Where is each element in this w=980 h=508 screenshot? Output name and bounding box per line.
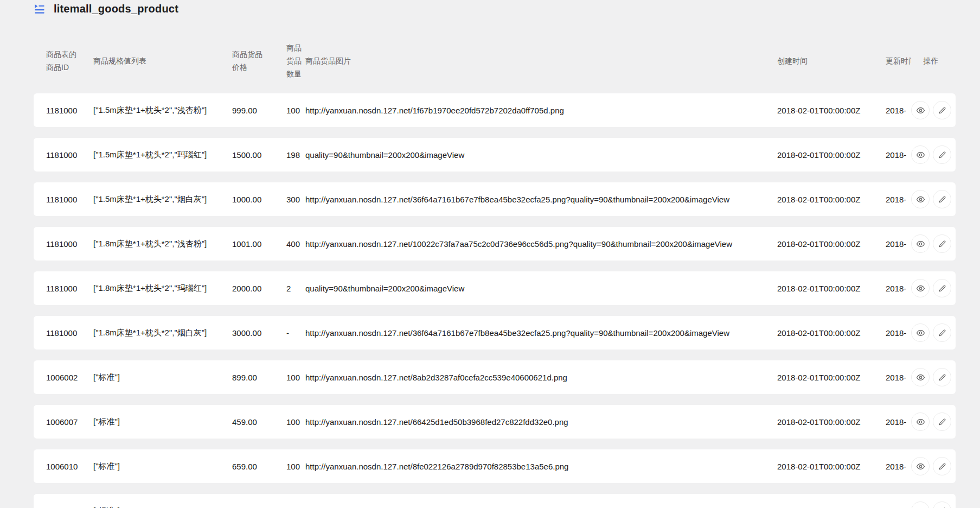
column-header-price[interactable]: 商品货品价格 <box>232 48 266 74</box>
edit-button[interactable] <box>933 368 951 386</box>
eye-icon <box>916 284 925 293</box>
table-row[interactable]: 1006010 ["标准"] 659.00 100 http://yanxuan… <box>34 449 956 483</box>
cell-image-url: http://yanxuan.nosdn.127.net/10022c73fa7… <box>305 239 777 249</box>
view-button[interactable] <box>911 190 930 208</box>
view-button[interactable] <box>911 279 930 297</box>
cell-updated-time: 2018- <box>886 373 911 382</box>
cell-number: 100 <box>286 373 305 382</box>
table-row[interactable]: 1006002 ["标准"] 899.00 100 http://yanxuan… <box>34 360 956 394</box>
cell-image-url: http://yanxuan.nosdn.127.net/36f64a7161b… <box>305 195 777 204</box>
edit-button[interactable] <box>933 101 951 119</box>
edit-button[interactable] <box>933 234 951 253</box>
cell-actions <box>911 279 951 297</box>
edit-button[interactable] <box>933 190 951 208</box>
table-row[interactable]: 1181000 ["1.8m床垫*1+枕头*2","玛瑙红"] 2000.00 … <box>34 271 956 305</box>
pencil-icon <box>938 195 947 204</box>
cell-actions <box>911 368 951 386</box>
view-button[interactable] <box>911 234 930 253</box>
pencil-icon <box>938 462 947 471</box>
eye-icon <box>916 506 925 508</box>
table-row[interactable]: 1006012 ["标准"] 499.00 100 http://yanxuan… <box>34 494 956 508</box>
cell-updated-time: 2018- <box>886 506 911 508</box>
pencil-icon <box>938 150 947 160</box>
titlebar: litemall_goods_product <box>34 2 178 16</box>
cell-number: - <box>286 328 305 338</box>
table-row[interactable]: 1006007 ["标准"] 459.00 100 http://yanxuan… <box>34 405 956 439</box>
indent-list-icon <box>34 3 46 15</box>
column-header-updated-time[interactable]: 更新时间 <box>886 54 911 67</box>
cell-goods-id: 1181000 <box>46 106 93 115</box>
view-button[interactable] <box>911 323 930 342</box>
edit-button[interactable] <box>933 145 951 164</box>
cell-specifications: ["标准"] <box>93 461 232 472</box>
edit-button[interactable] <box>933 323 951 342</box>
column-header-goods-id[interactable]: 商品表的商品ID <box>46 48 80 74</box>
cell-price: 659.00 <box>232 462 286 471</box>
cell-price: 3000.00 <box>232 328 286 338</box>
column-header-image-url[interactable]: 商品货品图片 <box>305 54 777 67</box>
view-button[interactable] <box>911 412 930 431</box>
cell-goods-id: 1181000 <box>46 195 93 204</box>
cell-goods-id: 1006002 <box>46 373 93 382</box>
cell-number: 198 <box>286 150 305 160</box>
column-header-number[interactable]: 商品货品数量 <box>286 41 303 80</box>
view-button[interactable] <box>911 101 930 119</box>
view-button[interactable] <box>911 457 930 475</box>
table-row[interactable]: 1181000 ["1.5m床垫*1+枕头*2","烟白灰"] 1000.00 … <box>34 182 956 216</box>
cell-actions <box>911 101 951 119</box>
table-row[interactable]: 1181000 ["1.5m床垫*1+枕头*2","玛瑙红"] 1500.00 … <box>34 138 956 172</box>
cell-updated-time: 2018- <box>886 462 911 471</box>
cell-price: 499.00 <box>232 506 286 508</box>
eye-icon <box>916 462 925 471</box>
column-header-specifications[interactable]: 商品规格值列表 <box>93 54 232 67</box>
cell-price: 1001.00 <box>232 239 286 249</box>
view-button[interactable] <box>911 368 930 386</box>
cell-created-time: 2018-02-01T00:00:00Z <box>777 506 886 508</box>
view-button[interactable] <box>911 501 930 508</box>
cell-specifications: ["标准"] <box>93 372 232 383</box>
column-header-created-time[interactable]: 创建时间 <box>777 54 886 67</box>
table-row[interactable]: 1181000 ["1.8m床垫*1+枕头*2","烟白灰"] 3000.00 … <box>34 316 956 350</box>
cell-goods-id: 1006012 <box>46 506 93 508</box>
cell-updated-time: 2018- <box>886 195 911 204</box>
cell-created-time: 2018-02-01T00:00:00Z <box>777 462 886 471</box>
cell-goods-id: 1006007 <box>46 417 93 427</box>
cell-created-time: 2018-02-01T00:00:00Z <box>777 150 886 160</box>
cell-number: 100 <box>286 462 305 471</box>
cell-number: 300 <box>286 195 305 204</box>
pencil-icon <box>938 373 947 382</box>
cell-created-time: 2018-02-01T00:00:00Z <box>777 417 886 427</box>
cell-specifications: ["1.5m床垫*1+枕头*2","浅杏粉"] <box>93 105 232 116</box>
table-row[interactable]: 1181000 ["1.8m床垫*1+枕头*2","浅杏粉"] 1001.00 … <box>34 227 956 261</box>
edit-button[interactable] <box>933 279 951 297</box>
cell-specifications: ["1.8m床垫*1+枕头*2","玛瑙红"] <box>93 283 232 294</box>
edit-button[interactable] <box>933 412 951 431</box>
table-row[interactable]: 1181000 ["1.5m床垫*1+枕头*2","浅杏粉"] 999.00 1… <box>34 93 956 127</box>
cell-actions <box>911 323 951 342</box>
edit-button[interactable] <box>933 457 951 475</box>
pencil-icon <box>938 506 947 508</box>
cell-goods-id: 1181000 <box>46 239 93 249</box>
cell-goods-id: 1181000 <box>46 150 93 160</box>
cell-price: 1500.00 <box>232 150 286 160</box>
table-body: 1181000 ["1.5m床垫*1+枕头*2","浅杏粉"] 999.00 1… <box>34 93 956 508</box>
cell-goods-id: 1006010 <box>46 462 93 471</box>
pencil-icon <box>938 417 947 427</box>
pencil-icon <box>938 239 947 249</box>
edit-button[interactable] <box>933 501 951 508</box>
cell-number: 100 <box>286 106 305 115</box>
cell-number: 400 <box>286 239 305 249</box>
cell-number: 100 <box>286 506 305 508</box>
pencil-icon <box>938 328 947 338</box>
view-button[interactable] <box>911 145 930 164</box>
cell-updated-time: 2018- <box>886 239 911 249</box>
cell-actions <box>911 501 951 508</box>
cell-updated-time: 2018- <box>886 328 911 338</box>
cell-created-time: 2018-02-01T00:00:00Z <box>777 195 886 204</box>
cell-image-url: http://yanxuan.nosdn.127.net/36f64a7161b… <box>305 328 777 338</box>
cell-updated-time: 2018- <box>886 417 911 427</box>
eye-icon <box>916 328 925 338</box>
cell-specifications: ["1.8m床垫*1+枕头*2","烟白灰"] <box>93 328 232 338</box>
data-table: 商品表的商品ID 商品规格值列表 商品货品价格 商品货品数量 商品货品图片 创建… <box>34 36 956 508</box>
cell-image-url: http://yanxuan.nosdn.127.net/66425d1ed50… <box>305 417 777 427</box>
